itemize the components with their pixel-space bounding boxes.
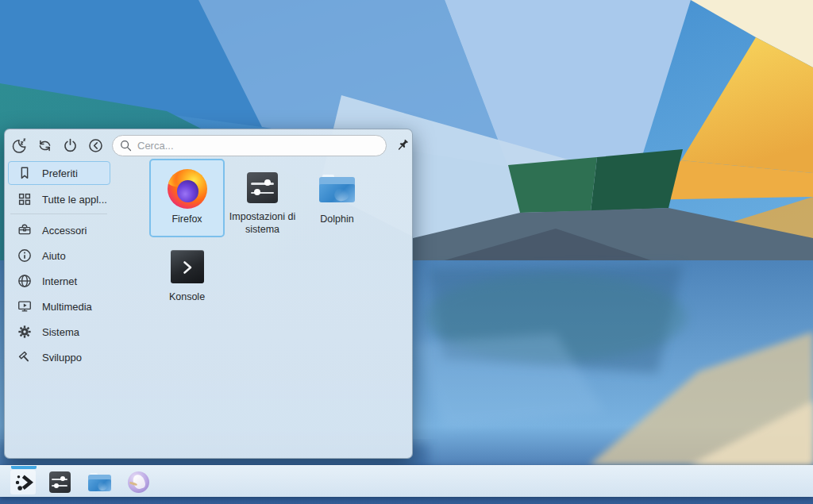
power-icon: [62, 137, 79, 154]
sidebar-item-accessori[interactable]: Accessori: [8, 218, 110, 242]
sidebar-item-label: Internet: [42, 275, 77, 287]
monitor-play-icon: [17, 298, 33, 314]
application-launcher-popup: Preferiti Tutte le appl... Access: [4, 129, 413, 459]
taskbar-falkon-button[interactable]: [125, 470, 151, 494]
system-settings-icon: [49, 471, 71, 493]
active-task-indicator: [11, 466, 37, 469]
application-launcher-button[interactable]: [10, 470, 36, 494]
pin-button[interactable]: [393, 136, 412, 155]
sidebar-item-internet[interactable]: Internet: [8, 269, 110, 293]
sidebar-item-label: Preferiti: [42, 167, 78, 179]
sidebar-item-label: Multimedia: [42, 301, 92, 313]
app-label: Konsole: [152, 290, 223, 303]
sidebar-item-label: Aiuto: [42, 250, 66, 262]
pin-icon: [395, 137, 411, 154]
leave-circle-icon: [87, 137, 104, 154]
falkon-icon: [128, 471, 149, 493]
hammer-icon: [17, 349, 33, 365]
gear-icon: [17, 324, 33, 340]
sidebar-item-label: Accessori: [42, 225, 87, 237]
app-impostazioni-di-sistema[interactable]: Impostazioni di sistema: [225, 159, 300, 237]
search-input[interactable]: [112, 135, 387, 156]
desktop[interactable]: Preferiti Tutte le appl... Access: [0, 0, 813, 504]
taskbar-panel: [0, 465, 813, 497]
restart-icon: [37, 137, 53, 154]
app-label: Firefox: [152, 213, 223, 225]
dolphin-icon: [319, 174, 355, 204]
sidebar-item-label: Tutte le appl...: [42, 194, 107, 206]
taskbar-system-settings-button[interactable]: [47, 470, 72, 494]
restart-button[interactable]: [36, 137, 53, 154]
app-firefox[interactable]: Firefox: [149, 159, 225, 237]
globe-icon: [17, 273, 33, 289]
sidebar-item-multimedia[interactable]: Multimedia: [8, 294, 110, 318]
sidebar-item-sviluppo[interactable]: Sviluppo: [8, 345, 110, 369]
sidebar-item-label: Sistema: [42, 326, 79, 338]
taskbar-dolphin-button[interactable]: [87, 470, 112, 494]
moon-sleep-icon: [11, 137, 28, 154]
search-field-wrap: [112, 135, 387, 156]
all-apps-grid-icon: [17, 191, 33, 207]
app-dolphin[interactable]: Dolphin: [299, 159, 375, 237]
app-konsole[interactable]: Konsole: [149, 237, 225, 315]
firefox-icon: [168, 169, 207, 209]
app-label: Impostazioni di sistema: [227, 210, 299, 237]
suspend-button[interactable]: [10, 137, 28, 154]
app-label: Dolphin: [302, 213, 373, 225]
shutdown-button[interactable]: [61, 137, 79, 154]
sidebar-item-tutte-le-applicazioni[interactable]: Tutte le appl...: [8, 187, 110, 211]
sidebar-item-sistema[interactable]: Sistema: [8, 320, 110, 344]
info-icon: [17, 248, 33, 264]
konsole-icon: [171, 250, 204, 283]
sidebar-item-preferiti[interactable]: Preferiti: [8, 161, 110, 185]
sidebar-item-label: Sviluppo: [42, 352, 82, 364]
leave-button[interactable]: [87, 137, 104, 154]
kickoff-icon: [13, 471, 34, 493]
sidebar-item-aiuto[interactable]: Aiuto: [8, 244, 110, 267]
dolphin-icon: [88, 472, 111, 492]
sidebar-divider: [10, 214, 107, 214]
bookmark-icon: [17, 165, 33, 181]
system-settings-icon: [247, 172, 278, 203]
toolbox-icon: [17, 222, 33, 238]
